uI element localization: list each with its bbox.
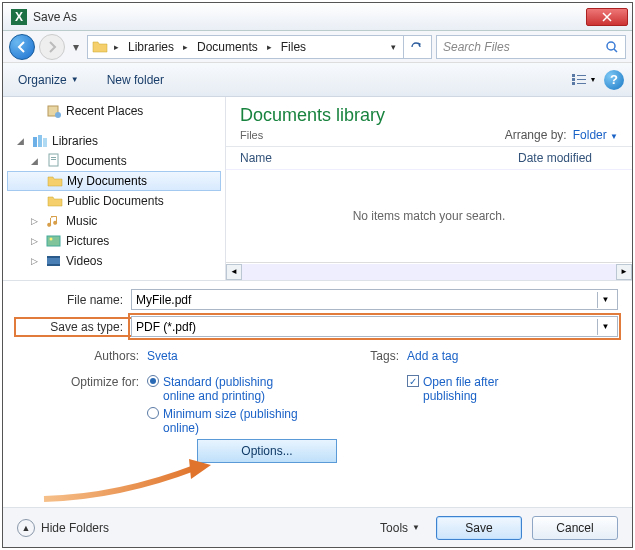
search-placeholder: Search Files (443, 40, 510, 54)
arrange-by-label: Arrange by: (505, 128, 567, 142)
title-bar: X Save As (3, 3, 632, 31)
forward-button[interactable] (39, 34, 65, 60)
view-icon (572, 74, 588, 86)
scroll-right-icon[interactable]: ► (616, 264, 632, 280)
chevron-down-icon: ▼ (590, 76, 597, 83)
address-dropdown[interactable]: ▾ (385, 39, 401, 55)
content-header: Documents library Files Arrange by: Fold… (226, 97, 632, 147)
column-date[interactable]: Date modified (518, 151, 618, 165)
svg-rect-11 (33, 137, 37, 147)
folder-icon (47, 193, 63, 209)
breadcrumb-files[interactable]: Files (278, 40, 309, 54)
dialog-footer: ▲ Hide Folders Tools ▼ Save Cancel (3, 507, 632, 547)
svg-rect-3 (572, 74, 575, 77)
excel-icon: X (11, 9, 27, 25)
arrange-by-value[interactable]: Folder ▼ (573, 128, 618, 142)
svg-rect-12 (38, 135, 42, 147)
folder-icon (47, 173, 63, 189)
chevron-down-icon: ▼ (412, 523, 420, 532)
savetype-select[interactable]: PDF (*.pdf) ▼ (131, 316, 618, 337)
save-button[interactable]: Save (436, 516, 522, 540)
sidebar-item-publicdocuments[interactable]: Public Documents (3, 191, 225, 211)
folder-icon (92, 39, 108, 55)
savetype-dropdown[interactable]: ▼ (597, 319, 613, 335)
sidebar-item-videos[interactable]: ▷Videos (3, 251, 225, 271)
history-dropdown[interactable]: ▾ (69, 34, 83, 60)
breadcrumb-documents[interactable]: Documents (194, 40, 261, 54)
refresh-button[interactable] (403, 36, 427, 58)
optimize-label: Optimize for: (17, 375, 147, 389)
svg-point-2 (607, 42, 615, 50)
chevron-right-icon: ▸ (183, 42, 188, 52)
expand-icon[interactable]: ▷ (31, 216, 42, 226)
explorer-toolbar: Organize ▼ New folder ▼ ? (3, 63, 632, 97)
window-title: Save As (33, 10, 586, 24)
filename-dropdown[interactable]: ▼ (597, 292, 613, 308)
empty-message: No items match your search. (226, 170, 632, 262)
sidebar-item-mydocuments[interactable]: My Documents (7, 171, 221, 191)
svg-point-18 (50, 238, 53, 241)
tags-input[interactable]: Add a tag (407, 349, 458, 363)
sidebar-item-recent[interactable]: Recent Places (3, 101, 225, 121)
tags-label: Tags: (347, 349, 407, 363)
chevron-right-icon: ▸ (114, 42, 119, 52)
sidebar-item-pictures[interactable]: ▷Pictures (3, 231, 225, 251)
libraries-icon (32, 133, 48, 149)
chevron-up-icon: ▲ (17, 519, 35, 537)
videos-icon (46, 253, 62, 269)
options-button[interactable]: Options... (197, 439, 337, 463)
view-mode-button[interactable]: ▼ (570, 69, 598, 91)
column-headers: Name Date modified (226, 147, 632, 170)
sidebar-item-libraries[interactable]: ◢Libraries (3, 131, 225, 151)
save-as-dialog: X Save As ▾ ▸ Libraries ▸ Documents ▸ Fi… (2, 2, 633, 548)
expand-icon[interactable]: ▷ (31, 256, 42, 266)
radio-standard[interactable]: Standard (publishing online and printing… (147, 375, 303, 403)
content-pane: Documents library Files Arrange by: Fold… (226, 97, 632, 280)
savetype-label: Save as type: (17, 320, 131, 334)
svg-rect-6 (577, 75, 586, 76)
close-button[interactable] (586, 8, 628, 26)
filename-input[interactable]: MyFile.pdf ▼ (131, 289, 618, 310)
hide-folders-button[interactable]: ▲ Hide Folders (17, 519, 109, 537)
recent-icon (46, 103, 62, 119)
filename-label: File name: (17, 293, 131, 307)
column-name[interactable]: Name (240, 151, 518, 165)
back-button[interactable] (9, 34, 35, 60)
authors-label: Authors: (17, 349, 147, 363)
svg-point-10 (55, 112, 61, 118)
search-input[interactable]: Search Files (436, 35, 626, 59)
new-folder-button[interactable]: New folder (100, 70, 171, 90)
folder-tree: Recent Places ◢Libraries ◢Documents My D… (3, 97, 226, 280)
horizontal-scrollbar[interactable]: ◄ ► (226, 262, 632, 280)
checkbox-icon: ✓ (407, 375, 419, 387)
navigation-bar: ▾ ▸ Libraries ▸ Documents ▸ Files ▾ Sear… (3, 31, 632, 63)
svg-rect-20 (47, 256, 60, 258)
library-title: Documents library (240, 105, 618, 126)
form-area: File name: MyFile.pdf ▼ Save as type: PD… (3, 280, 632, 469)
scroll-left-icon[interactable]: ◄ (226, 264, 242, 280)
svg-rect-15 (51, 157, 56, 158)
cancel-button[interactable]: Cancel (532, 516, 618, 540)
music-icon (46, 213, 62, 229)
tools-dropdown[interactable]: Tools ▼ (374, 519, 426, 537)
collapse-icon[interactable]: ◢ (31, 156, 42, 166)
chevron-down-icon: ▼ (71, 75, 79, 84)
radio-minimum[interactable]: Minimum size (publishing online) (147, 407, 303, 435)
organize-button[interactable]: Organize ▼ (11, 70, 86, 90)
scroll-track[interactable] (242, 264, 616, 280)
help-button[interactable]: ? (604, 70, 624, 90)
breadcrumb-libraries[interactable]: Libraries (125, 40, 177, 54)
sidebar-item-documents[interactable]: ◢Documents (3, 151, 225, 171)
radio-icon (147, 375, 159, 387)
close-icon (602, 12, 612, 22)
address-bar[interactable]: ▸ Libraries ▸ Documents ▸ Files ▾ (87, 35, 432, 59)
svg-text:X: X (15, 10, 23, 24)
svg-rect-4 (572, 78, 575, 81)
expand-icon[interactable]: ▷ (31, 236, 42, 246)
authors-input[interactable]: Sveta (147, 349, 178, 363)
sidebar-item-music[interactable]: ▷Music (3, 211, 225, 231)
collapse-icon[interactable]: ◢ (17, 136, 28, 146)
checkbox-openafter[interactable]: ✓Open file after publishing (347, 375, 543, 403)
back-icon (16, 41, 28, 53)
refresh-icon (409, 40, 423, 54)
